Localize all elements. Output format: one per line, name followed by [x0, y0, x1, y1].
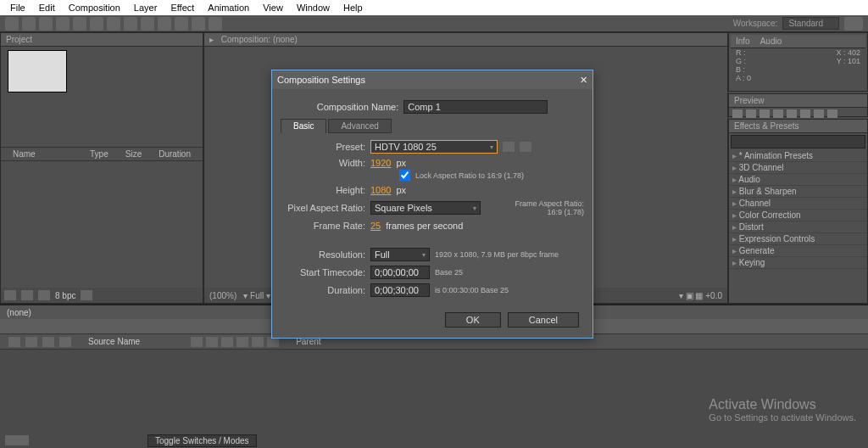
puppet-tool-icon[interactable]	[209, 17, 222, 31]
bpc-indicator[interactable]: 8 bpc	[55, 291, 75, 300]
speaker-icon[interactable]	[25, 337, 37, 347]
lock-aspect-checkbox[interactable]	[399, 170, 410, 181]
audio-tab[interactable]: Audio	[755, 36, 787, 46]
clone-tool-icon[interactable]	[175, 17, 188, 31]
folder-icon[interactable]	[21, 290, 33, 300]
close-icon[interactable]: ✕	[580, 75, 587, 86]
width-value[interactable]: 1920	[370, 158, 391, 168]
search-icon[interactable]	[844, 17, 863, 31]
height-value[interactable]: 1080	[370, 185, 391, 195]
collapse-icon[interactable]	[17, 435, 29, 445]
selection-tool-icon[interactable]	[5, 17, 19, 31]
comp-tab[interactable]: ▸ Composition: (none)	[204, 35, 308, 44]
menu-help[interactable]: Help	[337, 3, 370, 13]
resolution-select[interactable]: Full	[370, 248, 430, 261]
shy-icon[interactable]	[191, 337, 203, 347]
effects-search[interactable]	[731, 135, 865, 148]
project-panel: Project Name Type Size Duration 8 bpc	[0, 32, 203, 304]
zoom-tool-icon[interactable]	[39, 17, 53, 31]
right-column: Info Audio R :X : 402 G :Y : 101 B : A :…	[728, 32, 868, 304]
preview-panel: Preview	[728, 93, 868, 117]
effects-item[interactable]: 3D Channel	[729, 162, 867, 174]
menu-edit[interactable]: Edit	[32, 3, 62, 13]
rotate-tool-icon[interactable]	[56, 17, 70, 31]
tab-basic[interactable]: Basic	[281, 119, 326, 133]
resolution-label: Resolution:	[281, 249, 365, 260]
hand-tool-icon[interactable]	[22, 17, 36, 31]
tab-advanced[interactable]: Advanced	[328, 119, 391, 133]
source-name-col[interactable]: Source Name	[80, 337, 148, 346]
mask-tool-icon[interactable]	[107, 17, 120, 31]
interpret-footage-icon[interactable]	[4, 290, 16, 300]
menu-window[interactable]: Window	[290, 3, 337, 13]
col-size[interactable]: Size	[117, 149, 150, 159]
ram-preview-icon[interactable]	[827, 109, 837, 118]
solo-icon[interactable]	[42, 337, 54, 347]
zoom-level[interactable]: (100%)	[209, 291, 236, 300]
start-timecode-input[interactable]	[370, 266, 430, 279]
first-frame-icon[interactable]	[732, 109, 743, 118]
toggle-switches-button[interactable]: Toggle Switches / Modes	[147, 434, 257, 447]
effects-item[interactable]: Keying	[729, 257, 867, 269]
motion-blur-icon[interactable]	[236, 337, 248, 347]
menu-layer[interactable]: Layer	[127, 3, 164, 13]
menubar: File Edit Composition Layer Effect Anima…	[0, 0, 868, 15]
effects-item[interactable]: Audio	[729, 174, 867, 186]
menu-effect[interactable]: Effect	[164, 3, 201, 13]
delete-preset-icon[interactable]	[520, 142, 531, 152]
effects-tab[interactable]: Effects & Presets	[729, 121, 804, 131]
dialog-title: Composition Settings	[277, 75, 365, 85]
last-frame-icon[interactable]	[787, 109, 797, 118]
menu-composition[interactable]: Composition	[62, 3, 127, 13]
adjustment-icon[interactable]	[252, 337, 264, 347]
effects-item[interactable]: Generate	[729, 245, 867, 257]
effects-item[interactable]: Blur & Sharpen	[729, 186, 867, 198]
effects-item[interactable]: * Animation Presets	[729, 150, 867, 162]
effects-item[interactable]: Channel	[729, 198, 867, 210]
comp-name-input[interactable]	[403, 100, 548, 114]
par-select[interactable]: Square Pixels	[370, 201, 481, 215]
par-label: Pixel Aspect Ratio:	[281, 203, 365, 213]
cancel-button[interactable]: Cancel	[508, 312, 579, 328]
preview-tab[interactable]: Preview	[729, 96, 770, 105]
resolution-quick[interactable]: ▾ Full ▾	[243, 291, 270, 300]
info-tab[interactable]: Info	[731, 36, 755, 46]
frame-blend-icon[interactable]	[221, 337, 233, 347]
preset-select[interactable]: HDTV 1080 25	[370, 140, 498, 154]
info-panel: Info Audio R :X : 402 G :Y : 101 B : A :…	[728, 32, 868, 92]
project-tab[interactable]: Project	[1, 35, 37, 44]
fx-icon[interactable]	[206, 337, 218, 347]
save-preset-icon[interactable]	[503, 142, 515, 152]
effects-item[interactable]: Distort	[729, 221, 867, 233]
menu-file[interactable]: File	[3, 3, 32, 13]
ok-button[interactable]: OK	[445, 312, 501, 328]
trash-icon[interactable]	[81, 290, 92, 300]
workspace-selector[interactable]: Standard	[782, 17, 839, 30]
play-icon[interactable]	[760, 109, 770, 118]
camera-tool-icon[interactable]	[73, 17, 86, 31]
effects-item[interactable]: Color Correction	[729, 210, 867, 221]
col-type[interactable]: Type	[81, 149, 117, 159]
menu-animation[interactable]: Animation	[201, 3, 256, 13]
next-frame-icon[interactable]	[773, 109, 783, 118]
menu-view[interactable]: View	[256, 3, 290, 13]
pan-behind-tool-icon[interactable]	[90, 17, 103, 31]
mute-icon[interactable]	[800, 109, 810, 118]
expand-icon[interactable]	[5, 435, 17, 445]
col-duration[interactable]: Duration	[150, 149, 199, 159]
eraser-tool-icon[interactable]	[192, 17, 205, 31]
start-timecode-label: Start Timecode:	[281, 267, 365, 277]
col-name[interactable]: Name	[4, 149, 81, 159]
prev-frame-icon[interactable]	[746, 109, 756, 118]
framerate-value[interactable]: 25	[370, 221, 381, 231]
loop-icon[interactable]	[814, 109, 824, 118]
timeline-tab[interactable]: (none)	[7, 308, 31, 317]
text-tool-icon[interactable]	[141, 17, 154, 31]
new-comp-icon[interactable]	[38, 290, 50, 300]
lock-icon[interactable]	[59, 337, 71, 347]
effects-item[interactable]: Expression Controls	[729, 233, 867, 245]
brush-tool-icon[interactable]	[158, 17, 171, 31]
eye-icon[interactable]	[8, 337, 20, 347]
duration-input[interactable]	[370, 283, 430, 297]
pen-tool-icon[interactable]	[124, 17, 137, 31]
